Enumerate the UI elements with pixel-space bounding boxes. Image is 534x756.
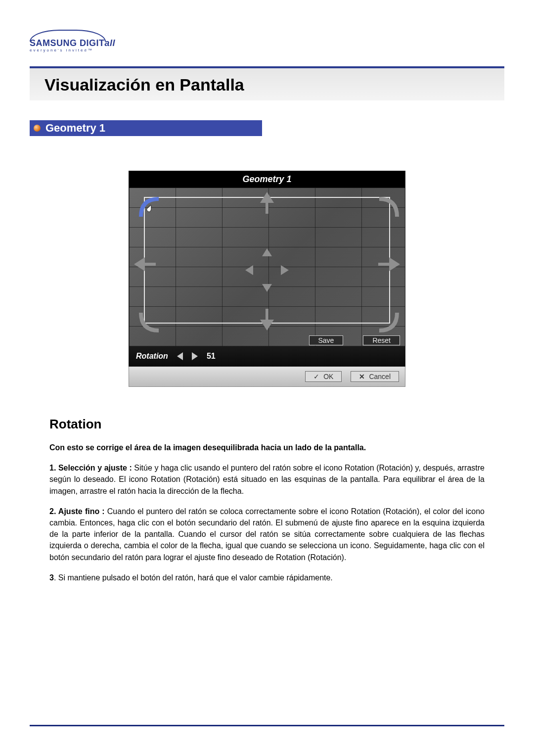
fine-increment-icon[interactable]	[192, 352, 198, 360]
cursor-grab-icon	[146, 202, 156, 215]
p2-text: Cuando el puntero del ratón se coloca co…	[49, 507, 485, 562]
lead-paragraph: Con esto se corrige el área de la imagen…	[49, 442, 485, 453]
logo-text-suffix: all	[105, 38, 116, 48]
ok-label: OK	[323, 373, 333, 380]
page-title: Visualización en Pantalla	[44, 75, 494, 94]
rotation-corner-tr-icon[interactable]	[374, 194, 398, 218]
arrow-left-icon[interactable]	[134, 257, 156, 271]
body-heading: Rotation	[49, 417, 485, 432]
check-icon	[313, 373, 319, 380]
osd-fine-adjust-bar: Rotation 51	[129, 346, 405, 366]
osd-body[interactable]: Save Reset Rotation 51	[129, 188, 405, 367]
reset-button[interactable]: Reset	[363, 335, 400, 345]
body-content: Rotation Con esto se corrige el área de …	[30, 417, 504, 583]
paragraph-2: 2. Ajuste fino : Cuando el puntero del r…	[49, 506, 485, 563]
center-arrow-cluster[interactable]	[242, 245, 292, 295]
fine-adjust-label: Rotation	[136, 352, 168, 361]
p2-label: 2. Ajuste fino :	[49, 507, 105, 516]
rotation-corner-bl-icon[interactable]	[136, 308, 160, 331]
osd-panel: Geometry 1	[129, 171, 405, 387]
section-title: Geometry 1	[45, 122, 105, 135]
fine-decrement-icon[interactable]	[177, 352, 183, 360]
arrow-up-icon[interactable]	[260, 192, 274, 214]
osd-footer: OK Cancel	[129, 367, 405, 387]
fine-adjust-value: 51	[207, 352, 216, 361]
close-icon	[359, 373, 365, 380]
osd-title: Geometry 1	[129, 171, 405, 188]
cancel-button[interactable]: Cancel	[351, 371, 399, 382]
paragraph-3: 3. Si mantiene pulsado el botón del rató…	[49, 572, 485, 583]
cancel-label: Cancel	[369, 373, 391, 380]
arrow-right-icon[interactable]	[378, 257, 400, 271]
paragraph-1: 1. Selección y ajuste : Sitúe y haga cli…	[49, 462, 485, 497]
arrow-down-icon[interactable]	[260, 309, 274, 331]
rotation-corner-br-icon[interactable]	[374, 308, 398, 331]
ok-button[interactable]: OK	[305, 371, 342, 382]
p1-label: 1. Selección y ajuste :	[49, 464, 132, 472]
section-header: Geometry 1	[30, 120, 262, 136]
page-title-bar: Visualización en Pantalla	[30, 68, 504, 100]
osd-save-reset-bar: Save Reset	[309, 335, 400, 345]
bullet-icon	[34, 125, 41, 132]
logo-tagline: everyone's invited™	[30, 48, 504, 52]
p3-text: . Si mantiene pulsado el botón del ratón…	[54, 573, 333, 582]
save-button[interactable]: Save	[309, 335, 344, 345]
logo-text: SAMSUNG DIGIT	[30, 38, 105, 48]
p3-label: 3	[49, 573, 54, 582]
divider-bottom	[30, 725, 504, 726]
brand-logo: SAMSUNG DIGITall everyone's invited™	[30, 30, 504, 52]
